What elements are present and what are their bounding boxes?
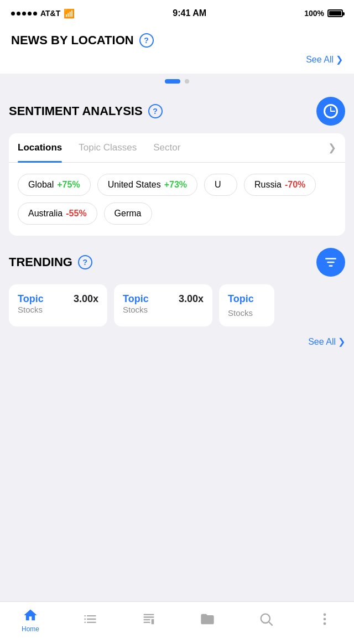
- status-time: 9:41 AM: [173, 8, 206, 18]
- clock-icon: [324, 104, 338, 118]
- trending-cards-row: Topic Stocks 3.00x Topic Stocks 3.00x: [9, 284, 345, 329]
- card-1-top: Topic Stocks 3.00x: [18, 293, 98, 314]
- battery-label: 100%: [304, 9, 324, 18]
- nav-search[interactable]: [258, 611, 274, 629]
- pills-area: Global +75% United States +73% U Russia …: [9, 163, 345, 236]
- pill-united-states[interactable]: United States +73%: [97, 174, 197, 196]
- trending-title-group: TRENDING ?: [9, 255, 92, 269]
- battery-icon: [327, 9, 343, 17]
- svg-point-0: [261, 614, 270, 623]
- news-see-all-button[interactable]: See All ❯: [306, 54, 343, 65]
- pill-germany-partial[interactable]: Germa: [104, 202, 152, 225]
- pagination-dot-active[interactable]: [165, 79, 180, 84]
- status-right: 100%: [304, 9, 343, 18]
- trending-header-row: TRENDING ?: [9, 248, 345, 277]
- carrier-label: AT&T: [40, 9, 60, 18]
- svg-point-2: [324, 614, 326, 616]
- status-left: AT&T 📶: [11, 8, 75, 19]
- nav-list[interactable]: [82, 611, 98, 629]
- sentiment-title-group: SENTIMENT ANALYSIS ?: [9, 104, 163, 118]
- tabs-chevron-icon: ❯: [328, 142, 336, 154]
- pagination-dots: [0, 74, 354, 91]
- card-1-multiplier: 3.00x: [74, 293, 98, 305]
- news-help-button[interactable]: ?: [139, 33, 154, 48]
- nav-news[interactable]: [141, 611, 157, 629]
- status-bar: AT&T 📶 9:41 AM 100%: [0, 0, 354, 24]
- nav-home[interactable]: Home: [22, 607, 39, 633]
- trending-title: TRENDING: [9, 255, 72, 269]
- signal-dots: [11, 12, 37, 15]
- filter-button[interactable]: [316, 248, 345, 277]
- chevron-right-icon-trending: ❯: [338, 336, 345, 347]
- list-icon: [82, 611, 98, 627]
- sentiment-title: SENTIMENT ANALYSIS: [9, 104, 143, 118]
- wifi-icon: 📶: [64, 8, 75, 19]
- news-title-row: NEWS BY LOCATION ?: [11, 33, 343, 48]
- sentiment-help-button[interactable]: ?: [148, 104, 163, 118]
- pagination-dot-inactive[interactable]: [185, 79, 189, 84]
- pill-russia[interactable]: Russia -70%: [244, 174, 316, 196]
- more-icon: [317, 611, 332, 627]
- trending-help-button[interactable]: ?: [78, 255, 92, 269]
- sentiment-tabs-row: Locations Topic Classes Sector ❯: [9, 133, 345, 163]
- trending-card-2[interactable]: Topic Stocks 3.00x: [114, 284, 212, 326]
- trending-card-1[interactable]: Topic Stocks 3.00x: [9, 284, 107, 326]
- card-2-stocks: Stocks: [123, 305, 149, 314]
- nav-folder[interactable]: [200, 611, 215, 629]
- folder-icon: [200, 611, 215, 627]
- card-1-topic: Topic: [18, 293, 44, 305]
- pill-australia[interactable]: Australia -55%: [18, 202, 97, 225]
- home-icon: [23, 607, 38, 623]
- news-title: NEWS BY LOCATION: [11, 33, 134, 48]
- card-2-topic: Topic: [123, 293, 149, 305]
- history-button[interactable]: [316, 97, 345, 126]
- sentiment-tabs-card: Locations Topic Classes Sector ❯ Global …: [9, 133, 345, 236]
- trending-see-all-row: See All ❯: [9, 329, 345, 352]
- nav-more[interactable]: [317, 611, 332, 629]
- svg-point-3: [324, 618, 326, 621]
- news-see-all-row: See All ❯: [11, 48, 343, 74]
- search-icon: [258, 611, 274, 627]
- svg-line-1: [269, 622, 272, 625]
- card-3-topic: Topic: [228, 293, 266, 305]
- filter-icon: [324, 255, 338, 269]
- tab-sector[interactable]: Sector: [153, 133, 180, 162]
- pill-global[interactable]: Global +75%: [18, 174, 91, 196]
- card-2-top: Topic Stocks 3.00x: [123, 293, 204, 314]
- svg-point-4: [324, 622, 326, 625]
- nav-home-label: Home: [22, 625, 39, 633]
- pill-partial-1[interactable]: U: [204, 174, 237, 196]
- trending-see-all-button[interactable]: See All ❯: [308, 336, 345, 347]
- news-header-section: NEWS BY LOCATION ? See All ❯: [0, 24, 354, 74]
- card-1-stocks: Stocks: [18, 305, 44, 314]
- bottom-nav: Home: [0, 601, 354, 644]
- sentiment-header-row: SENTIMENT ANALYSIS ?: [9, 97, 345, 126]
- card-3-stocks: Stocks: [228, 308, 266, 318]
- trending-section: TRENDING ? Topic Stocks 3.00x: [0, 245, 354, 352]
- card-2-multiplier: 3.00x: [179, 293, 204, 305]
- news-icon: [141, 611, 157, 627]
- chevron-right-icon: ❯: [336, 54, 343, 65]
- trending-card-3-partial[interactable]: Topic Stocks: [219, 284, 274, 326]
- tab-locations[interactable]: Locations: [18, 133, 62, 162]
- tab-topic-classes[interactable]: Topic Classes: [79, 133, 137, 162]
- sentiment-section: SENTIMENT ANALYSIS ? Locations Topic Cla…: [0, 91, 354, 236]
